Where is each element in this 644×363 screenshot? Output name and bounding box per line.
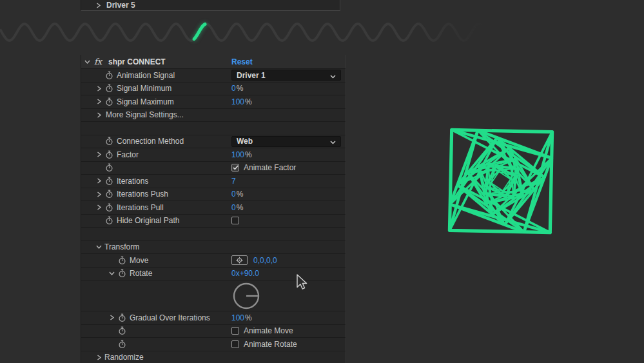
chevron-right-icon[interactable] xyxy=(95,99,103,104)
row-transform[interactable]: Transform xyxy=(81,241,346,255)
unit-label: % xyxy=(237,190,244,199)
animate-factor-label: Animate Factor xyxy=(244,163,296,172)
chevron-placeholder xyxy=(95,165,103,171)
chevron-down-icon[interactable] xyxy=(108,271,116,277)
fx-badge-icon: fx xyxy=(94,57,105,66)
stopwatch-icon[interactable] xyxy=(104,203,114,212)
iterations-push-value[interactable]: 0 xyxy=(231,190,236,199)
stopwatch-icon[interactable] xyxy=(117,269,127,278)
connection-method-select[interactable]: Web xyxy=(231,136,341,147)
factor-label: Factor xyxy=(117,150,139,159)
iterations-value[interactable]: 7 xyxy=(231,177,236,186)
row-animate-move[interactable]: Animate Move xyxy=(81,325,346,338)
value-cell: 0x+90.0 xyxy=(231,268,259,280)
row-gradual-over-iterations[interactable]: Gradual Over Iterations100% xyxy=(81,311,346,325)
animate-move-label: Animate Move xyxy=(244,326,293,335)
row-factor[interactable]: Factor100% xyxy=(81,148,346,162)
effect-parameter-rows: Animation SignalDriver 1Signal Minimum0%… xyxy=(81,69,346,363)
row-animate-rotate[interactable]: Animate Rotate xyxy=(81,338,346,351)
unit-label: % xyxy=(245,97,252,106)
row-iterations[interactable]: Iterations7 xyxy=(81,175,346,188)
chevron-placeholder xyxy=(95,139,103,144)
spiral-square-preview xyxy=(430,110,572,252)
stopwatch-icon[interactable] xyxy=(104,97,114,106)
stopwatch-icon[interactable] xyxy=(104,163,114,172)
row-more-signal-settings[interactable]: More Signal Settings... xyxy=(81,109,346,123)
move-label: Move xyxy=(130,256,148,265)
animate-rotate-checkbox[interactable] xyxy=(231,340,239,348)
signal-minimum-value[interactable]: 0 xyxy=(231,84,236,93)
value-cell: Animate Rotate xyxy=(231,338,297,351)
value-cell: 100% xyxy=(231,95,252,108)
stopwatch-icon[interactable] xyxy=(104,71,114,80)
wave-fade xyxy=(406,12,503,50)
transform-label: Transform xyxy=(104,242,139,251)
row-signal-minimum[interactable]: Signal Minimum0% xyxy=(81,83,346,96)
animate-factor-checkbox[interactable] xyxy=(231,164,239,172)
spacer-row xyxy=(81,228,346,241)
animation-signal-select[interactable]: Driver 1 xyxy=(231,70,341,81)
iterations-pull-value[interactable]: 0 xyxy=(231,203,236,212)
hide-original-path-checkbox[interactable] xyxy=(231,217,239,224)
row-signal-maximum[interactable]: Signal Maximum100% xyxy=(81,95,346,109)
chevron-right-icon[interactable] xyxy=(95,152,103,157)
chevron-down-icon[interactable] xyxy=(95,244,103,250)
stopwatch-icon[interactable] xyxy=(104,190,114,199)
stopwatch-icon[interactable] xyxy=(117,340,127,349)
chevron-right-icon[interactable] xyxy=(95,204,103,210)
stopwatch-icon[interactable] xyxy=(104,137,114,146)
rotate-label: Rotate xyxy=(130,269,152,278)
effect-header-row[interactable]: fx shpr CONNECT Reset xyxy=(81,55,346,69)
animation-signal-label: Animation Signal xyxy=(117,71,175,80)
value-cell: Driver 1 xyxy=(231,69,341,82)
effect-controls-panel: fx shpr CONNECT Reset Animation SignalDr… xyxy=(81,55,346,363)
value-cell: 0% xyxy=(231,188,243,201)
chevron-right-icon[interactable] xyxy=(95,191,103,197)
rotate-value[interactable]: 0x+90.0 xyxy=(231,269,259,278)
stopwatch-icon[interactable] xyxy=(104,177,114,186)
reset-button[interactable]: Reset xyxy=(231,57,253,66)
connection-method-label: Connection Method xyxy=(117,137,184,146)
mouse-cursor xyxy=(296,274,311,292)
chevron-right-icon[interactable] xyxy=(95,112,103,118)
value-cell: 0% xyxy=(231,83,243,95)
row-randomize[interactable]: Randomize xyxy=(81,351,346,363)
chevron-right-icon[interactable] xyxy=(94,3,102,8)
stopwatch-icon[interactable] xyxy=(117,313,127,322)
row-animate-factor[interactable]: Animate Factor xyxy=(81,162,346,175)
rotation-dial[interactable] xyxy=(231,281,261,311)
move-value[interactable]: 0,0,0,0 xyxy=(253,256,277,265)
stopwatch-icon[interactable] xyxy=(117,256,127,265)
dropdown-chevron-icon xyxy=(330,135,336,147)
chevron-placeholder xyxy=(108,341,116,347)
stopwatch-icon[interactable] xyxy=(104,216,114,225)
row-connection-method[interactable]: Connection MethodWeb xyxy=(81,135,346,149)
chevron-down-icon[interactable] xyxy=(83,59,92,64)
factor-value[interactable]: 100 xyxy=(231,150,244,159)
point-picker-button[interactable] xyxy=(231,255,248,265)
stopwatch-icon[interactable] xyxy=(104,150,114,159)
chevron-right-icon[interactable] xyxy=(95,355,103,360)
row-iterations-pull[interactable]: Iterations Pull0% xyxy=(81,201,346,215)
more-signal-settings-label: More Signal Settings... xyxy=(106,110,184,119)
value-cell: Animate Factor xyxy=(231,162,296,175)
selected-option: Driver 1 xyxy=(237,71,266,80)
iterations-pull-label: Iterations Pull xyxy=(117,203,164,212)
unit-label: % xyxy=(237,203,244,212)
value-cell: 100% xyxy=(231,311,252,324)
row-move[interactable]: Move0,0,0,0 xyxy=(81,254,346,268)
driver5-panel-row[interactable]: Driver 5 xyxy=(81,0,340,11)
row-hide-original-path[interactable]: Hide Original Path xyxy=(81,215,346,228)
randomize-label: Randomize xyxy=(104,353,144,362)
gradual-over-iterations-value[interactable]: 100 xyxy=(231,313,244,322)
iterations-label: Iterations xyxy=(117,177,148,186)
row-animation-signal[interactable]: Animation SignalDriver 1 xyxy=(81,69,346,83)
row-iterations-push[interactable]: Iterations Push0% xyxy=(81,188,346,202)
chevron-right-icon[interactable] xyxy=(95,86,103,92)
chevron-right-icon[interactable] xyxy=(95,178,103,184)
signal-maximum-value[interactable]: 100 xyxy=(231,97,244,106)
animate-move-checkbox[interactable] xyxy=(231,327,239,335)
chevron-right-icon[interactable] xyxy=(108,315,116,320)
stopwatch-icon[interactable] xyxy=(104,84,114,93)
stopwatch-icon[interactable] xyxy=(117,326,127,335)
